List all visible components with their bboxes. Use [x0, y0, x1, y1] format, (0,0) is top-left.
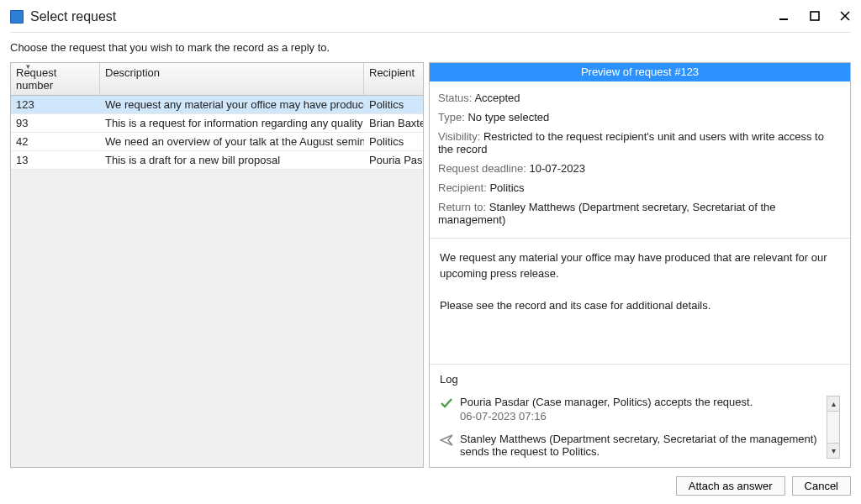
meta-label: Recipient: — [438, 181, 487, 194]
close-button[interactable] — [839, 11, 851, 23]
column-header-number[interactable]: ▾ Request number — [11, 63, 100, 95]
log-entry-body: Pouria Pasdar (Case manager, Politics) a… — [460, 396, 753, 423]
meta-return-to: Return to: Stanley Matthews (Department … — [438, 197, 842, 229]
app-icon — [10, 10, 24, 24]
table-row[interactable]: 123We request any material your office m… — [11, 96, 423, 114]
table-header: ▾ Request number Description Recipient — [11, 63, 423, 96]
cell-description: This is a request for information regard… — [100, 114, 364, 132]
column-label: Recipient — [369, 66, 415, 79]
log-section: Log Pouria Pasdar (Case manager, Politic… — [430, 365, 850, 467]
meta-label: Type: — [438, 111, 465, 123]
log-scrollbar[interactable]: ▴ ▾ — [827, 396, 840, 459]
cancel-button[interactable]: Cancel — [792, 476, 851, 496]
scroll-up-button[interactable]: ▴ — [827, 396, 839, 412]
log-list-wrap: Pouria Pasdar (Case manager, Politics) a… — [440, 396, 840, 459]
column-header-description[interactable]: Description — [100, 63, 364, 95]
cell-request-number: 13 — [11, 151, 100, 169]
cell-recipient: Politics — [364, 96, 423, 113]
cell-request-number: 123 — [11, 96, 100, 113]
log-list: Pouria Pasdar (Case manager, Politics) a… — [440, 396, 823, 459]
preview-meta: Status: Accepted Type: No type selected … — [430, 81, 850, 239]
cell-description: This is a draft for a new bill proposal — [100, 151, 364, 169]
meta-label: Return to: — [438, 201, 486, 213]
cell-recipient: Pouria Pasc — [364, 151, 423, 169]
window-controls — [779, 11, 851, 23]
scroll-down-button[interactable]: ▾ — [827, 443, 839, 458]
column-label: Request number — [16, 66, 56, 92]
table-body: 123We request any material your office m… — [11, 96, 423, 467]
log-entry-body: Stanley Matthews (Department secretary, … — [460, 433, 823, 459]
meta-type: Type: No type selected — [438, 108, 842, 127]
meta-label: Visibility: — [438, 130, 480, 143]
meta-recipient: Recipient: Politics — [438, 178, 842, 197]
dialog-buttons: Attach as answer Cancel — [10, 476, 851, 496]
divider — [10, 32, 851, 33]
column-header-recipient[interactable]: Recipient — [364, 63, 423, 95]
cell-recipient: Brian Baxte — [364, 114, 423, 132]
meta-status: Status: Accepted — [438, 88, 842, 108]
meta-value: No type selected — [467, 111, 549, 123]
titlebar: Select request — [10, 5, 851, 29]
meta-value: 10-07-2023 — [529, 162, 585, 175]
maximize-button[interactable] — [809, 11, 821, 23]
log-entry-text: Stanley Matthews (Department secretary, … — [460, 433, 823, 458]
content-area: ▾ Request number Description Recipient 1… — [10, 62, 851, 468]
table-row[interactable]: 13This is a draft for a new bill proposa… — [11, 151, 423, 170]
cell-request-number: 42 — [11, 133, 100, 150]
table-row[interactable]: 93This is a request for information rega… — [11, 114, 423, 133]
sort-indicator-icon: ▾ — [26, 62, 30, 71]
preview-header: Preview of request #123 — [430, 63, 850, 81]
instruction-text: Choose the request that you wish to mark… — [10, 41, 851, 54]
meta-label: Status: — [438, 92, 472, 104]
meta-value: Politics — [489, 181, 524, 194]
svg-rect-1 — [811, 12, 819, 20]
table-row[interactable]: 42We need an overview of your talk at th… — [11, 133, 423, 151]
log-entry-time: 06-07-2023 07:16 — [460, 410, 753, 423]
log-entry: Stanley Matthews (Department secretary, … — [440, 433, 823, 459]
meta-value: Stanley Matthews (Department secretary, … — [438, 201, 776, 226]
cell-description: We request any material your office may … — [100, 96, 364, 113]
select-request-window: Select request Choose the request that y… — [0, 0, 861, 504]
log-title: Log — [440, 373, 840, 386]
meta-value: Accepted — [474, 92, 520, 104]
attach-as-answer-button[interactable]: Attach as answer — [676, 476, 785, 496]
cell-description: We need an overview of your talk at the … — [100, 133, 364, 150]
svg-rect-0 — [779, 18, 788, 20]
cell-recipient: Politics — [364, 133, 423, 150]
requests-table: ▾ Request number Description Recipient 1… — [10, 62, 424, 468]
preview-body: We request any material your office may … — [430, 239, 850, 365]
log-entry-text: Pouria Pasdar (Case manager, Politics) a… — [460, 396, 753, 408]
send-icon — [440, 434, 453, 446]
check-icon — [440, 397, 453, 409]
window-title: Select request — [30, 9, 779, 24]
meta-visibility: Visibility: Restricted to the request re… — [438, 127, 842, 159]
meta-value: Restricted to the request recipient's un… — [438, 130, 824, 155]
cell-request-number: 93 — [11, 114, 100, 132]
meta-deadline: Request deadline: 10-07-2023 — [438, 159, 842, 178]
column-label: Description — [105, 66, 160, 79]
meta-label: Request deadline: — [438, 162, 526, 175]
log-entry: Pouria Pasdar (Case manager, Politics) a… — [440, 396, 823, 423]
preview-panel: Preview of request #123 Status: Accepted… — [429, 62, 851, 468]
minimize-button[interactable] — [779, 11, 790, 23]
